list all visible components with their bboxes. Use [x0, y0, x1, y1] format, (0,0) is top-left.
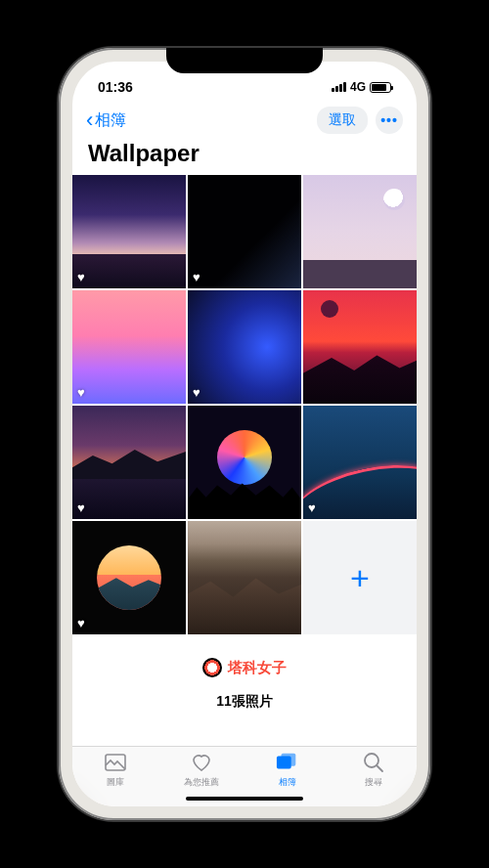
heart-icon: ♥ [77, 616, 85, 630]
photo-thumbnail[interactable]: ♥ [303, 290, 417, 404]
photo-thumbnail[interactable]: ♥ [303, 175, 417, 288]
more-button[interactable]: ••• [376, 107, 403, 134]
heart-icon: ♥ [193, 385, 200, 400]
photo-count: 11張照片 [72, 693, 417, 711]
album-content[interactable]: ♥ ♥ ♥ ♥ ♥ ♥ ♥ ♥ ♥ ♥ ♥ + 塔科女子 11張照片 [72, 175, 417, 746]
tab-for-you[interactable]: 為您推薦 [158, 747, 244, 793]
heart-icon: ♥ [308, 385, 316, 400]
tab-label: 圖庫 [107, 776, 124, 789]
library-icon [104, 752, 127, 773]
tab-label: 搜尋 [365, 776, 382, 789]
tab-albums[interactable]: 相簿 [244, 747, 331, 793]
back-button[interactable]: ‹ 相簿 [86, 109, 126, 131]
phone-frame: 01:36 4G ‹ 相簿 選取 ••• Wallpaper [59, 48, 430, 820]
tab-label: 相簿 [279, 776, 296, 789]
status-indicators: 4G [332, 80, 391, 94]
ellipsis-icon: ••• [380, 112, 398, 128]
heart-icon: ♥ [77, 270, 85, 284]
heart-icon: ♥ [193, 270, 200, 284]
home-indicator[interactable] [186, 797, 303, 801]
watermark-text: 塔科女子 [228, 659, 287, 677]
signal-icon [332, 82, 346, 92]
select-button[interactable]: 選取 [317, 107, 368, 134]
heart-icon: ♥ [308, 500, 316, 515]
heart-icon: ♥ [77, 385, 85, 400]
photo-thumbnail[interactable]: ♥ [303, 406, 417, 519]
heart-icon: ♥ [193, 616, 200, 630]
add-photos-button[interactable]: + [303, 521, 417, 634]
for-you-icon [190, 752, 213, 773]
network-label: 4G [350, 80, 366, 94]
heart-icon: ♥ [308, 270, 316, 284]
watermark: 塔科女子 [72, 658, 417, 677]
svg-rect-2 [282, 753, 296, 765]
screen: 01:36 4G ‹ 相簿 選取 ••• Wallpaper [72, 62, 417, 806]
svg-line-4 [377, 765, 382, 771]
nav-bar: ‹ 相簿 選取 ••• [72, 103, 417, 140]
albums-icon [276, 752, 299, 773]
battery-icon [370, 82, 391, 93]
notch [166, 48, 323, 73]
heart-icon: ♥ [193, 500, 200, 515]
search-icon [362, 752, 385, 773]
photo-thumbnail[interactable]: ♥ [188, 406, 301, 519]
photo-thumbnail[interactable]: ♥ [72, 290, 186, 404]
heart-icon: ♥ [77, 500, 85, 515]
photo-thumbnail[interactable]: ♥ [188, 175, 301, 288]
photo-thumbnail[interactable]: ♥ [72, 175, 186, 288]
nav-actions: 選取 ••• [317, 107, 403, 134]
tab-search[interactable]: 搜尋 [331, 747, 417, 793]
tab-label: 為您推薦 [184, 776, 219, 789]
photo-thumbnail[interactable]: ♥ [72, 521, 186, 634]
chevron-left-icon: ‹ [86, 109, 93, 131]
tab-library[interactable]: 圖庫 [72, 747, 158, 793]
status-time: 01:36 [98, 79, 133, 95]
back-label: 相簿 [95, 110, 126, 131]
photo-thumbnail[interactable]: ♥ [188, 290, 301, 404]
photo-thumbnail[interactable]: ♥ [188, 521, 301, 634]
watermark-icon [202, 658, 222, 677]
photo-grid: ♥ ♥ ♥ ♥ ♥ ♥ ♥ ♥ ♥ ♥ ♥ + [72, 175, 417, 634]
photo-thumbnail[interactable]: ♥ [72, 406, 186, 519]
album-title: Wallpaper [72, 140, 417, 175]
